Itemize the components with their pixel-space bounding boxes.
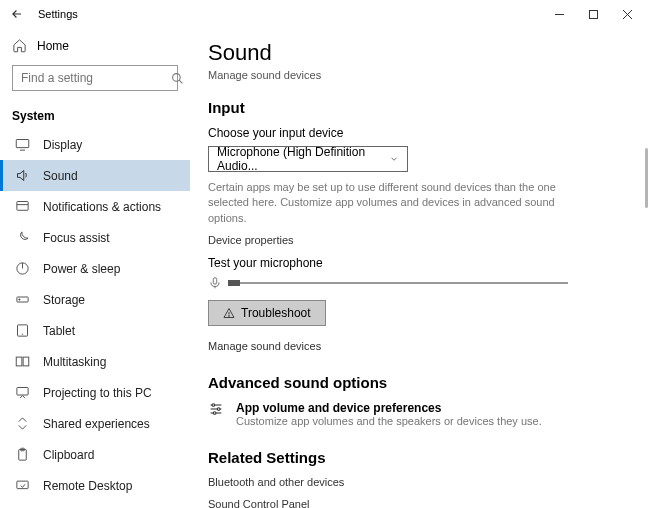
- notifications-icon: [15, 199, 31, 214]
- sidebar-item-focus-assist[interactable]: Focus assist: [0, 222, 190, 253]
- help-text: Certain apps may be set up to use differ…: [208, 180, 588, 226]
- sidebar-item-projecting[interactable]: Projecting to this PC: [0, 377, 190, 408]
- svg-point-29: [217, 408, 220, 411]
- svg-rect-1: [590, 10, 598, 18]
- scrollbar[interactable]: [645, 148, 648, 208]
- sidebar-home[interactable]: Home: [0, 32, 190, 59]
- sidebar-item-label: Tablet: [43, 324, 75, 338]
- search-icon: [171, 72, 184, 85]
- device-properties-link[interactable]: Device properties: [208, 234, 632, 246]
- remote-icon: [15, 478, 31, 493]
- sidebar-item-label: Sound: [43, 169, 78, 183]
- sidebar-item-label: Projecting to this PC: [43, 386, 152, 400]
- sidebar-item-notifications[interactable]: Notifications & actions: [0, 191, 190, 222]
- sidebar-item-clipboard[interactable]: Clipboard: [0, 439, 190, 470]
- app-volume-sub: Customize app volumes and the speakers o…: [236, 415, 542, 427]
- choose-input-label: Choose your input device: [208, 126, 632, 140]
- sidebar-item-label: Notifications & actions: [43, 200, 161, 214]
- clipboard-icon: [15, 447, 31, 462]
- input-device-value: Microphone (High Definition Audio...: [217, 145, 389, 173]
- sidebar-item-multitasking[interactable]: Multitasking: [0, 346, 190, 377]
- content-area: Sound Manage sound devices Input Choose …: [190, 28, 650, 508]
- troubleshoot-button[interactable]: Troubleshoot: [208, 300, 326, 326]
- storage-icon: [15, 292, 31, 307]
- projecting-icon: [15, 385, 31, 400]
- input-device-dropdown[interactable]: Microphone (High Definition Audio...: [208, 146, 408, 172]
- moon-icon: [15, 230, 31, 245]
- sidebar-item-storage[interactable]: Storage: [0, 284, 190, 315]
- sidebar-item-sound[interactable]: Sound: [0, 160, 190, 191]
- sidebar-item-power[interactable]: Power & sleep: [0, 253, 190, 284]
- page-subtitle: Manage sound devices: [208, 69, 632, 81]
- svg-rect-8: [17, 202, 28, 211]
- warning-icon: [223, 307, 235, 319]
- sidebar-item-label: Shared experiences: [43, 417, 150, 431]
- tablet-icon: [15, 323, 31, 338]
- sidebar-item-label: Focus assist: [43, 231, 110, 245]
- home-icon: [12, 38, 27, 53]
- svg-point-30: [213, 412, 216, 415]
- sliders-icon: [208, 401, 226, 417]
- sidebar-item-label: Remote Desktop: [43, 479, 132, 493]
- svg-rect-16: [16, 357, 22, 366]
- sidebar-item-label: Clipboard: [43, 448, 94, 462]
- sidebar-item-label: Storage: [43, 293, 85, 307]
- multitasking-icon: [15, 354, 31, 369]
- input-heading: Input: [208, 99, 632, 116]
- display-icon: [15, 137, 31, 152]
- advanced-heading: Advanced sound options: [208, 374, 632, 391]
- svg-point-28: [212, 404, 215, 407]
- svg-point-24: [229, 316, 230, 317]
- svg-rect-18: [17, 388, 28, 396]
- svg-rect-6: [16, 140, 29, 148]
- power-icon: [15, 261, 31, 276]
- test-mic-label: Test your microphone: [208, 256, 632, 270]
- sidebar-section: System: [0, 101, 190, 129]
- window-title: Settings: [38, 8, 78, 20]
- related-bluetooth[interactable]: Bluetooth and other devices: [208, 476, 632, 488]
- svg-line-5: [179, 80, 182, 83]
- mic-level-bar: [228, 282, 568, 284]
- close-button[interactable]: [622, 9, 636, 20]
- minimize-button[interactable]: [554, 9, 568, 20]
- back-button[interactable]: [10, 7, 30, 21]
- sidebar-item-shared[interactable]: Shared experiences: [0, 408, 190, 439]
- related-heading: Related Settings: [208, 449, 632, 466]
- manage-devices-link[interactable]: Manage sound devices: [208, 340, 632, 352]
- svg-point-13: [19, 299, 20, 300]
- app-volume-title: App volume and device preferences: [236, 401, 542, 415]
- chevron-down-icon: [389, 154, 399, 164]
- app-volume-row[interactable]: App volume and device preferences Custom…: [208, 401, 632, 427]
- svg-rect-17: [23, 357, 29, 366]
- sound-icon: [15, 168, 31, 183]
- page-title: Sound: [208, 40, 632, 66]
- sidebar: Home System Display Sound Notification: [0, 28, 190, 508]
- maximize-button[interactable]: [588, 9, 602, 20]
- svg-rect-22: [213, 278, 217, 284]
- sidebar-item-label: Multitasking: [43, 355, 106, 369]
- sidebar-item-remote[interactable]: Remote Desktop: [0, 470, 190, 501]
- microphone-icon: [208, 276, 222, 290]
- sidebar-item-tablet[interactable]: Tablet: [0, 315, 190, 346]
- search-input[interactable]: [12, 65, 178, 91]
- sidebar-home-label: Home: [37, 39, 69, 53]
- related-sound-control[interactable]: Sound Control Panel: [208, 498, 632, 508]
- svg-point-4: [173, 73, 181, 81]
- sidebar-item-display[interactable]: Display: [0, 129, 190, 160]
- sidebar-item-label: Power & sleep: [43, 262, 120, 276]
- shared-icon: [15, 416, 31, 431]
- sidebar-item-label: Display: [43, 138, 82, 152]
